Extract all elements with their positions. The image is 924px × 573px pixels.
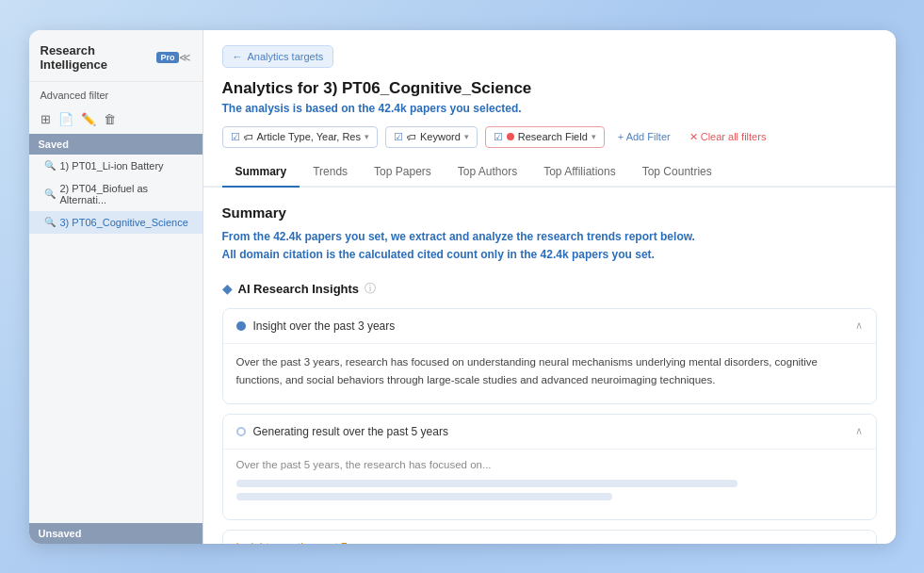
tag-icon-1: 🏷 [244,132,253,142]
sidebar-item-1-label: 1) PT01_Li-ion Battery [60,160,164,172]
insight-label-1: Insight over the past 3 years [253,319,396,333]
search-icon-2: 🔍 [44,188,56,199]
subtitle-suffix: papers you selected. [407,102,522,115]
insight-loading-body-2: Over the past 5 years, the research has … [223,449,876,519]
filter-chip-3[interactable]: ☑ Research Field ▾ [485,126,605,148]
insight-body-1: Over the past 3 years, research has focu… [223,343,876,403]
tab-trends[interactable]: Trends [300,157,361,188]
ai-insights-header: ◆ AI Research Insights ⓘ [222,281,877,297]
chevron-icon-3: ▾ [592,132,596,141]
sidebar-title-text: Research Intelligence [41,43,153,72]
loading-bar-2 [236,493,612,500]
edit-icon[interactable]: ✏️ [81,112,96,126]
checkbox-icon-1: ☑ [231,131,240,143]
loading-bar-1 [236,480,738,487]
ai-insights-title: AI Research Insights [238,282,360,296]
insight-card-3-header[interactable]: Insight over the past 7 years ∨ [223,531,876,544]
insight-left-2: Generating result over the past 5 years [236,425,448,438]
filter-1-label: Article Type, Year, Res [257,131,361,142]
clear-filters-label: Clear all filters [701,131,767,142]
copy-icon[interactable]: ⊞ [41,112,51,126]
tab-summary-label: Summary [235,165,287,178]
search-icon-1: 🔍 [44,160,56,171]
tab-top-affiliations[interactable]: Top Affiliations [530,157,629,188]
search-icon-3: 🔍 [44,217,56,227]
desc-suffix: below. [657,230,695,243]
insight-chevron-1: ∧ [855,319,863,332]
checkbox-icon-2: ☑ [394,131,403,143]
sidebar-item-1[interactable]: 🔍 1) PT01_Li-ion Battery [29,155,203,177]
saved-section-label: Saved [29,134,203,155]
tabs-row: Summary Trends Top Papers Top Authors To… [203,157,896,188]
desc-middle: papers you set, we extract and analyze t… [301,230,536,243]
chevron-icon-1: ▾ [365,132,369,141]
main-subtitle: The analysis is based on the 42.4k paper… [222,102,877,115]
tab-top-affiliations-label: Top Affiliations [543,165,616,178]
add-filter-button[interactable]: + Add Filter [612,127,676,146]
insight-loading-text-2: Over the past 5 years, the research has … [236,459,863,470]
sidebar-item-2-label: 2) PT04_Biofuel as Alternati... [60,183,191,205]
page-title: Analytics for 3) PT06_Cognitive_Science [222,79,877,98]
arrow-left-icon: ← [233,51,243,62]
file-icon[interactable]: 📄 [58,112,73,126]
filter-3-label: Research Field [518,131,588,142]
insight-card-1: Insight over the past 3 years ∧ Over the… [222,308,877,404]
paper-count: 42.4k [379,102,407,115]
filter-chip-1[interactable]: ☑ 🏷 Article Type, Year, Res ▾ [222,126,378,148]
insight-dot-1 [236,321,246,331]
insight-label-3: Insight over the past 7 years [236,541,379,544]
sidebar: Research Intelligence Pro ≪ Advanced fil… [29,30,203,544]
trash-icon[interactable]: 🗑 [104,112,116,126]
tab-top-countries-label: Top Countries [642,165,712,178]
collapse-icon[interactable]: ≪ [179,51,191,64]
insight-label-2: Generating result over the past 5 years [253,425,448,438]
sidebar-item-3[interactable]: 🔍 3) PT06_Cognitive_Science [29,211,203,234]
insight-card-2: Generating result over the past 5 years … [222,414,877,520]
info-icon[interactable]: ⓘ [365,281,376,297]
pro-badge: Pro [156,52,178,63]
desc-prefix: From the [222,230,274,243]
sidebar-item-3-label: 3) PT06_Cognitive_Science [60,217,188,228]
filters-row: ☑ 🏷 Article Type, Year, Res ▾ ☑ 🏷 Keywor… [222,126,877,148]
advanced-filter-label: Advanced filter [29,82,203,108]
summary-title: Summary [222,205,877,221]
insight-chevron-3: ∨ [855,541,863,543]
tab-summary[interactable]: Summary [222,157,300,188]
tab-top-papers[interactable]: Top Papers [361,157,445,188]
research-trends-link[interactable]: research trends report [537,230,657,243]
tab-trends-label: Trends [313,165,348,178]
unsaved-section-label: Unsaved [29,523,203,544]
analytics-targets-button[interactable]: ← Analytics targets [222,45,334,68]
filter-chip-2[interactable]: ☑ 🏷 Keyword ▾ [385,126,478,148]
main-content: ← Analytics targets Analytics for 3) PT0… [203,30,896,544]
analytics-targets-label: Analytics targets [248,51,324,62]
sidebar-title: Research Intelligence Pro [41,43,179,72]
sidebar-header: Research Intelligence Pro ≪ [29,30,203,82]
insight-card-1-header[interactable]: Insight over the past 3 years ∧ [223,309,876,343]
insight-left-1: Insight over the past 3 years [236,319,396,333]
red-dot-icon [507,133,514,140]
main-header: ← Analytics targets Analytics for 3) PT0… [203,30,896,148]
clear-filters-button[interactable]: ✕ Clear all filters [684,127,772,147]
insight-card-2-header[interactable]: Generating result over the past 5 years … [223,415,876,449]
sidebar-item-2[interactable]: 🔍 2) PT04_Biofuel as Alternati... [29,177,203,211]
content-area: Summary From the 42.4k papers you set, w… [203,188,896,544]
tab-top-authors-label: Top Authors [458,165,517,178]
insight-card-3: Insight over the past 7 years ∨ [222,530,877,544]
close-icon: ✕ [689,131,698,143]
desc-line2: All domain citation is the calculated ci… [222,248,655,261]
filter-2-label: Keyword [420,131,461,142]
diamond-icon: ◆ [222,281,233,296]
chevron-icon-2: ▾ [464,132,469,141]
insight-text-1: Over the past 3 years, research has focu… [236,356,819,386]
subtitle-prefix: The analysis is based on the [222,102,379,115]
insight-dot-2 [236,427,246,436]
tab-top-papers-label: Top Papers [374,165,431,178]
sidebar-toolbar: ⊞ 📄 ✏️ 🗑 [29,108,203,134]
summary-desc: From the 42.4k papers you set, we extrac… [222,228,877,264]
insight-chevron-2: ∧ [855,425,863,437]
tag-icon-2: 🏷 [407,132,416,142]
summary-paper-count: 42.4k [273,230,301,243]
tab-top-authors[interactable]: Top Authors [445,157,530,188]
tab-top-countries[interactable]: Top Countries [629,157,725,188]
